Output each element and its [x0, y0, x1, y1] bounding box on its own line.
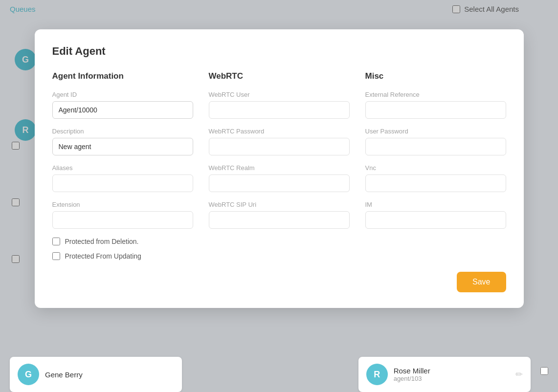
modal-overlay: Edit Agent Agent Information Agent ID De…: [0, 0, 558, 392]
protected-updating-checkbox-label[interactable]: Protected From Updating: [52, 252, 193, 260]
description-field: Description: [52, 128, 193, 155]
im-input[interactable]: [365, 211, 506, 229]
webrtc-sip-uri-input[interactable]: [209, 211, 350, 229]
edit-agent-modal: Edit Agent Agent Information Agent ID De…: [35, 29, 524, 308]
ext-ref-field: External Reference: [365, 91, 506, 119]
agent-info-column: Agent Information Agent ID Description A…: [52, 71, 193, 260]
ext-ref-label: External Reference: [365, 91, 506, 98]
agent-id-field: Agent ID: [52, 91, 193, 119]
agent-id-label: Agent ID: [52, 91, 193, 98]
webrtc-user-label: WebRTC User: [209, 91, 350, 98]
bottom-checkbox-container: [540, 357, 548, 392]
protection-checkboxes: Protected from Deletion. Protected From …: [52, 238, 193, 260]
vnc-input[interactable]: [365, 174, 506, 192]
agent-avatar: G: [18, 364, 39, 385]
misc-column: Misc External Reference User Password Vn…: [365, 71, 506, 260]
webrtc-password-field: WebRTC Password: [209, 128, 350, 155]
agent-id-input[interactable]: [52, 101, 193, 119]
webrtc-user-input[interactable]: [209, 101, 350, 119]
extension-input[interactable]: [52, 211, 193, 229]
spacer: [192, 357, 348, 392]
webrtc-realm-label: WebRTC Realm: [209, 164, 350, 172]
webrtc-sip-uri-label: WebRTC SIP Uri: [209, 201, 350, 208]
ext-ref-input[interactable]: [365, 101, 506, 119]
vnc-field: Vnc: [365, 164, 506, 192]
agent-avatar: R: [366, 364, 388, 385]
agent-id: agent/103: [394, 375, 430, 382]
im-field: IM: [365, 201, 506, 229]
webrtc-sip-uri-field: WebRTC SIP Uri: [209, 201, 350, 229]
vnc-label: Vnc: [365, 164, 506, 172]
protected-deletion-text: Protected from Deletion.: [65, 238, 139, 245]
webrtc-column: WebRTC WebRTC User WebRTC Password WebRT…: [209, 71, 350, 260]
modal-footer: Save: [52, 272, 506, 292]
description-label: Description: [52, 128, 193, 135]
user-password-field: User Password: [365, 128, 506, 155]
bottom-agent-list: G Gene Berry R Rose Miller agent/103 ✏: [0, 357, 558, 392]
webrtc-realm-field: WebRTC Realm: [209, 164, 350, 192]
im-label: IM: [365, 201, 506, 208]
agent-info: Rose Miller agent/103: [394, 367, 430, 382]
agent-info-section-title: Agent Information: [52, 71, 193, 81]
webrtc-realm-input[interactable]: [209, 174, 350, 192]
extension-field: Extension: [52, 201, 193, 229]
extension-label: Extension: [52, 201, 193, 208]
webrtc-section-title: WebRTC: [209, 71, 350, 81]
aliases-label: Aliases: [52, 164, 193, 172]
bottom-row-checkbox[interactable]: [540, 367, 548, 375]
agent-info: Gene Berry: [45, 370, 83, 379]
agent-name: Gene Berry: [45, 370, 83, 379]
aliases-input[interactable]: [52, 174, 193, 192]
protected-updating-checkbox[interactable]: [52, 252, 60, 260]
bottom-agent-card: R Rose Miller agent/103 ✏: [358, 357, 531, 392]
edit-icon[interactable]: ✏: [515, 369, 523, 380]
description-input[interactable]: [52, 138, 193, 155]
webrtc-password-input[interactable]: [209, 138, 350, 155]
aliases-field: Aliases: [52, 164, 193, 192]
misc-section-title: Misc: [365, 71, 506, 81]
webrtc-user-field: WebRTC User: [209, 91, 350, 119]
webrtc-password-label: WebRTC Password: [209, 128, 350, 135]
save-button[interactable]: Save: [457, 272, 506, 292]
protected-deletion-checkbox-label[interactable]: Protected from Deletion.: [52, 238, 193, 245]
protected-deletion-checkbox[interactable]: [52, 238, 60, 245]
bottom-agent-card: G Gene Berry: [10, 357, 182, 392]
user-password-label: User Password: [365, 128, 506, 135]
modal-title: Edit Agent: [52, 45, 506, 58]
agent-name: Rose Miller: [394, 367, 430, 375]
protected-updating-text: Protected From Updating: [65, 252, 141, 260]
user-password-input[interactable]: [365, 138, 506, 155]
